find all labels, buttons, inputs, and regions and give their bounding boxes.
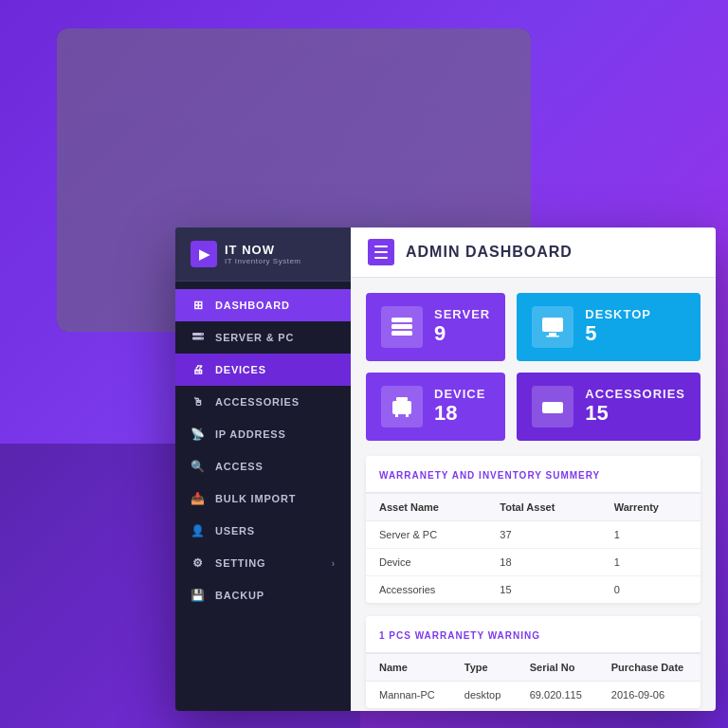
cell-total-asset: 18 (486, 549, 600, 576)
cell-total-asset: 15 (486, 576, 600, 604)
svg-rect-13 (396, 397, 408, 401)
content-area: SERVER 9 DESKTOP 5 (351, 278, 716, 711)
main-panel: ▶ IT NOW IT Inventory System ⊞ DASHBOARD (175, 228, 716, 711)
table-row: Mannan-PC desktop 69.020.115 2016-09-06 (366, 682, 701, 709)
svg-rect-23 (552, 408, 555, 410)
server-stat-icon (381, 306, 423, 348)
svg-point-7 (409, 318, 410, 320)
sidebar-item-access[interactable]: 🔍 ACCESS (175, 450, 351, 482)
accessories-icon: 🖱 (191, 394, 206, 410)
ip-icon: 📡 (191, 427, 206, 442)
desktop-stat-info: DESKTOP 5 (585, 307, 651, 346)
svg-point-8 (409, 325, 410, 327)
sidebar-label-ip: IP ADDRESS (215, 428, 286, 440)
svg-rect-6 (391, 331, 412, 336)
svg-rect-15 (406, 414, 409, 417)
sidebar-item-accessories[interactable]: 🖱 ACCESSORIES (175, 386, 351, 418)
device-stat-label: DEVICE (434, 387, 485, 401)
cell-warranty: 1 (601, 521, 701, 549)
hamburger-button[interactable] (368, 239, 394, 265)
access-icon: 🔍 (191, 459, 206, 474)
topbar: ADMIN DASHBOARD (351, 228, 716, 278)
svg-rect-12 (392, 401, 411, 414)
sidebar-label-bulk-import: BULK IMPORT (215, 493, 296, 504)
logo-icon: ▶ (191, 241, 217, 267)
sidebar-label-setting: SETTING (215, 557, 265, 569)
cell-warranty: 0 (601, 576, 701, 604)
stat-card-device[interactable]: DEVICE 18 (366, 373, 505, 441)
svg-point-3 (201, 337, 203, 339)
sidebar-item-ip-address[interactable]: 📡 IP ADDRESS (175, 418, 351, 450)
stats-grid: SERVER 9 DESKTOP 5 (366, 293, 701, 441)
device-stat-icon (381, 386, 423, 428)
warning-table: Name Type Serial No Purchase Date Mannan… (366, 654, 701, 708)
warning-section: 1 PCS WARRANETY WARNING Name Type Serial… (366, 616, 701, 708)
server-stat-info: SERVER 9 (434, 307, 490, 346)
chevron-right-icon: › (332, 558, 336, 569)
sidebar-item-setting[interactable]: ⚙ SETTING › (175, 547, 351, 579)
table-row: Device 18 1 (366, 549, 701, 576)
main-content: ADMIN DASHBOARD (351, 228, 716, 711)
hamburger-line-3 (374, 257, 388, 259)
cell-name: Mannan-PC (366, 682, 451, 709)
col-warranty: Warrenty (601, 494, 701, 521)
cell-serial: 69.020.115 (517, 682, 598, 709)
bulk-import-icon: 📥 (191, 491, 206, 506)
cell-warranty: 1 (601, 549, 701, 576)
warranty-table: Asset Name Total Asset Warrenty Server &… (366, 494, 701, 603)
accessories-stat-value: 15 (585, 401, 685, 426)
sidebar-navigation: ⊞ DASHBOARD SERVER & PC 🖨 DEVICES (175, 282, 351, 711)
users-icon: 👤 (191, 523, 206, 538)
svg-rect-19 (552, 404, 555, 406)
desktop-stat-icon (532, 306, 573, 348)
col-purchase-date: Purchase Date (598, 654, 701, 682)
desktop-stat-label: DESKTOP (585, 307, 651, 321)
svg-rect-24 (555, 408, 561, 410)
svg-rect-10 (549, 333, 556, 336)
svg-rect-21 (544, 408, 547, 410)
col-serial: Serial No (517, 654, 598, 682)
svg-rect-14 (395, 414, 398, 417)
svg-point-2 (201, 334, 203, 336)
sidebar-label-backup: BACKUP (215, 590, 264, 601)
col-asset-name: Asset Name (366, 494, 486, 521)
cell-asset-name: Server & PC (366, 521, 486, 549)
page-title: ADMIN DASHBOARD (406, 244, 699, 261)
svg-rect-17 (544, 404, 547, 406)
warranty-title: WARRANETY AND INVENTORY SUMMERY (379, 470, 600, 481)
device-stat-value: 18 (434, 401, 485, 426)
col-type: Type (451, 654, 517, 682)
sidebar-item-dashboard[interactable]: ⊞ DASHBOARD (175, 289, 351, 321)
col-total-asset: Total Asset (486, 494, 600, 521)
logo-subtitle: IT Inventory System (225, 257, 301, 265)
device-stat-info: DEVICE 18 (434, 387, 485, 426)
cell-total-asset: 37 (486, 521, 600, 549)
col-name: Name (366, 654, 451, 682)
sidebar-label-server: SERVER & PC (215, 332, 294, 343)
stat-card-server[interactable]: SERVER 9 (366, 293, 505, 361)
sidebar-item-server-pc[interactable]: SERVER & PC (175, 321, 351, 354)
hamburger-line-2 (374, 251, 388, 253)
cell-type: desktop (451, 682, 517, 709)
server-stat-value: 9 (434, 321, 490, 346)
accessories-stat-icon (532, 386, 573, 428)
dashboard-icon: ⊞ (191, 298, 206, 313)
warning-title: 1 PCS WARRANETY WARNING (379, 630, 540, 641)
table-row: Server & PC 37 1 (366, 521, 701, 549)
stat-card-accessories[interactable]: ACCESSORIES 15 (517, 373, 701, 441)
logo-title: IT NOW (225, 243, 301, 257)
warranty-section: WARRANETY AND INVENTORY SUMMERY Asset Na… (366, 456, 701, 603)
sidebar-item-devices[interactable]: 🖨 DEVICES (175, 354, 351, 386)
stat-card-desktop[interactable]: DESKTOP 5 (517, 293, 701, 361)
sidebar-item-backup[interactable]: 💾 BACKUP (175, 579, 351, 611)
sidebar-label-access: ACCESS (215, 461, 264, 472)
sidebar-label-dashboard: DASHBOARD (215, 300, 290, 311)
svg-rect-20 (555, 404, 558, 406)
accessories-stat-label: ACCESSORIES (585, 387, 685, 401)
hamburger-line-1 (374, 246, 388, 247)
sidebar-item-users[interactable]: 👤 USERS (175, 515, 351, 547)
sidebar-item-bulk-import[interactable]: 📥 BULK IMPORT (175, 482, 351, 515)
cell-asset-name: Accessories (366, 576, 486, 604)
logo-text: IT NOW IT Inventory System (225, 243, 301, 265)
sidebar: ▶ IT NOW IT Inventory System ⊞ DASHBOARD (175, 228, 351, 711)
